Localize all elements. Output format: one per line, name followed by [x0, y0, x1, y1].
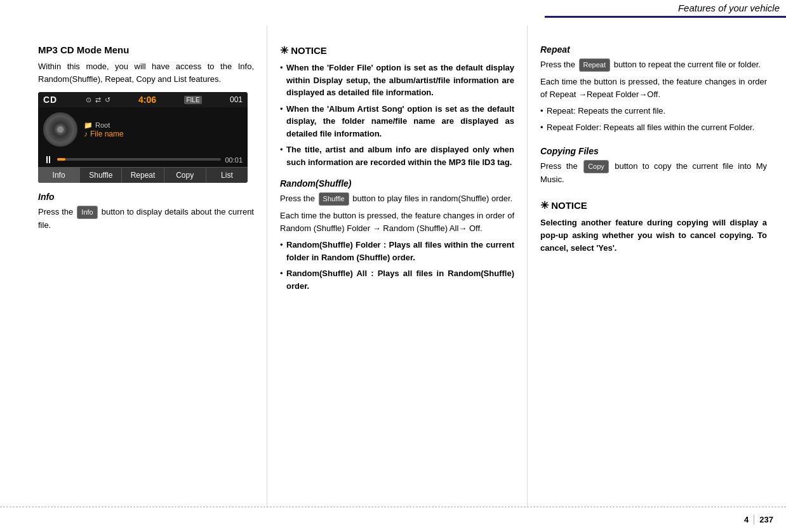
folder-icon: 📁 — [84, 121, 93, 130]
info-body: Press the Info button to display details… — [38, 206, 254, 232]
notice1-title: ✳ NOTICE — [280, 44, 514, 57]
cd-track-info: 📁 Root ♪ File name — [84, 121, 243, 138]
random-b2-text: Random(Shuffle) All : Plays all files in… — [286, 269, 514, 291]
notice1-b3-text: The title, artist and album info are dis… — [286, 145, 514, 167]
notice2-star: ✳ — [540, 200, 549, 211]
notice1-bullet2: When the 'Album Artist Song' option is s… — [280, 103, 514, 140]
random-bullet-list: Random(Shuffle) Folder : Plays all files… — [280, 239, 514, 292]
notice2-title: ✳ NOTICE — [540, 199, 767, 211]
cd-folder-path: 📁 Root — [84, 121, 243, 130]
cd-progress-bar — [57, 158, 221, 161]
cd-filename-text: File name — [90, 130, 124, 138]
cd-top-controls: ⊙ ⇄ ↺ — [86, 96, 110, 104]
notice1-label: NOTICE — [291, 45, 327, 56]
notice2-body-text: Selecting another feature during copying… — [540, 216, 767, 255]
repeat-b2-text: Repeat Folder: Repeats all files within … — [547, 123, 754, 132]
cd-progress-area: ⏸ 00:01 — [38, 152, 248, 167]
cd-list-btn[interactable]: List — [206, 168, 248, 183]
info-text-pre: Press the — [38, 207, 73, 216]
repeat-b1-text: Repeat: Repeats the current file. — [547, 106, 665, 116]
repeat-bullet2: Repeat Folder: Repeats all files within … — [540, 121, 767, 134]
repeat-inline-button: Repeat — [579, 58, 610, 72]
cd-player-top-bar: CD ⊙ ⇄ ↺ 4:06 FILE 001 — [38, 92, 248, 107]
repeat-bullet1: Repeat: Repeats the current file. — [540, 105, 767, 117]
notice2-label: NOTICE — [551, 200, 587, 211]
repeat-intro-text: Press the Repeat button to repeat the cu… — [540, 58, 767, 72]
mp3-section-title: MP3 CD Mode Menu — [38, 44, 254, 55]
repeat-text-post: button to repeat the current file or fol… — [614, 60, 761, 69]
copy-text-pre: Press the — [540, 161, 578, 171]
header-title: Features of your vehicle — [678, 3, 780, 13]
cd-shuffle-btn[interactable]: Shuffle — [80, 168, 122, 183]
cd-repeat-btn[interactable]: Repeat — [122, 168, 164, 183]
cd-button-row: Info Shuffle Repeat Copy List — [38, 167, 248, 183]
random-text-pre: Press the — [280, 194, 315, 203]
notice1-bullet-list: When the 'Folder File' option is set as … — [280, 62, 514, 168]
mp3-body-text: Within this mode, you will have access t… — [38, 60, 254, 86]
repeat-text-pre: Press the — [540, 60, 575, 69]
cd-file-name-display: ♪ File name — [84, 130, 243, 138]
cd-progress-fill — [57, 158, 65, 161]
cd-file-badge: FILE — [184, 96, 201, 104]
footer-pagination: 4 237 — [744, 515, 773, 524]
random-bullet2: Random(Shuffle) All : Plays all files in… — [280, 267, 514, 292]
cd-player-ui: CD ⊙ ⇄ ↺ 4:06 FILE 001 📁 Root — [38, 92, 248, 183]
notice2-block: ✳ NOTICE Selecting another feature durin… — [540, 199, 767, 255]
cd-pause-row: ⏸ 00:01 — [43, 154, 243, 167]
copy-intro-text: Press the Copy button to copy the curren… — [540, 160, 767, 186]
notice1-bullet1: When the 'Folder File' option is set as … — [280, 62, 514, 99]
left-column: MP3 CD Mode Menu Within this mode, you w… — [0, 25, 267, 507]
info-subtitle: Info — [38, 192, 254, 202]
footer-page-number: 237 — [759, 515, 773, 524]
cd-folder-name: Root — [95, 121, 110, 129]
cd-elapsed-time: 00:01 — [225, 156, 243, 164]
notice1-bullet3: The title, artist and album info are dis… — [280, 143, 514, 168]
right-column: Repeat Press the Repeat button to repeat… — [527, 25, 786, 507]
footer-chapter: 4 — [744, 515, 754, 524]
random-text-post: button to play files in random(Shuffle) … — [352, 194, 512, 203]
random-body-text: Each time the button is pressed, the fea… — [280, 209, 514, 235]
copy-subtitle: Copying Files — [540, 146, 767, 156]
cd-copy-btn[interactable]: Copy — [164, 168, 206, 183]
copy-inline-button: Copy — [583, 160, 609, 173]
shuffle-inline-button: Shuffle — [319, 192, 349, 206]
music-note-icon: ♪ — [84, 130, 88, 138]
repeat-body-text: Each time the button is pressed, the fea… — [540, 76, 767, 101]
notice1-b2-text: When the 'Album Artist Song' option is s… — [286, 104, 514, 138]
info-inline-button: Info — [77, 206, 97, 219]
cd-middle-area: 📁 Root ♪ File name — [38, 107, 248, 152]
middle-column: ✳ NOTICE When the 'Folder File' option i… — [267, 25, 527, 507]
cd-disc-graphic — [43, 112, 77, 147]
notice1-b1-text: When the 'Folder File' option is set as … — [286, 63, 514, 97]
page-header: Features of your vehicle — [545, 0, 786, 18]
random-b1-text: Random(Shuffle) Folder : Plays all files… — [286, 240, 514, 262]
notice1-star: ✳ — [280, 45, 288, 56]
repeat-bullet-list: Repeat: Repeats the current file. Repeat… — [540, 105, 767, 133]
cd-repeat-icon: ↺ — [105, 96, 110, 104]
cd-pause-icon: ⏸ — [43, 154, 53, 166]
random-intro-text: Press the Shuffle button to play files i… — [280, 192, 514, 206]
repeat-subtitle-text: Repeat — [540, 44, 570, 55]
main-content: MP3 CD Mode Menu Within this mode, you w… — [0, 25, 786, 507]
random-subtitle-text: Random(Shuffle) — [280, 178, 352, 189]
cd-circle-icon: ⊙ — [86, 96, 91, 104]
cd-file-num: 001 — [230, 95, 243, 104]
info-subtitle-text: Info — [38, 192, 55, 202]
copy-subtitle-text: Copying Files — [540, 146, 599, 156]
page-footer: 4 237 — [0, 507, 786, 532]
cd-label: CD — [43, 95, 57, 105]
random-bullet1: Random(Shuffle) Folder : Plays all files… — [280, 239, 514, 263]
cd-shuffle-icon: ⇄ — [95, 96, 101, 104]
cd-time-display: 4:06 — [138, 95, 156, 105]
random-subtitle: Random(Shuffle) — [280, 178, 514, 189]
repeat-subtitle: Repeat — [540, 44, 767, 55]
cd-info-btn[interactable]: Info — [38, 168, 80, 183]
